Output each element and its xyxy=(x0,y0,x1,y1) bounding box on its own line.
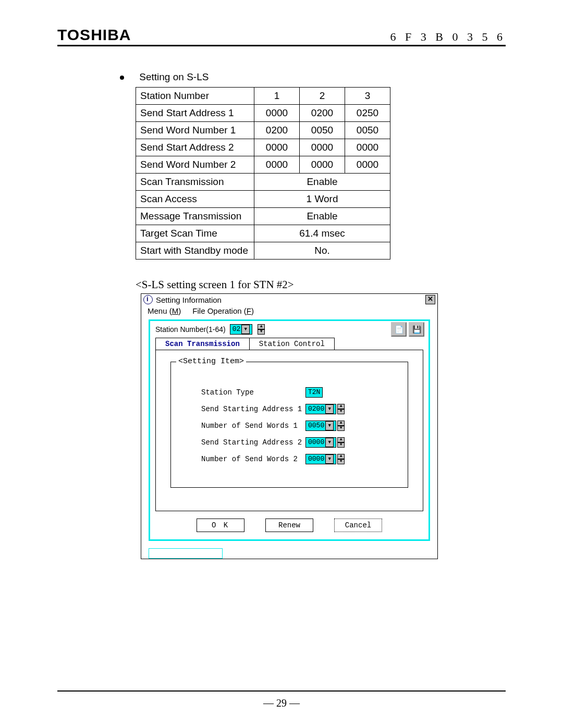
doc-code: 6 F 3 B 0 3 5 6 xyxy=(390,30,506,44)
outer-frame: 📄 💾 Station Number(1-64) 02 ▼ ▲ ▼ Scan xyxy=(149,319,430,541)
ok-button[interactable]: O K xyxy=(197,519,244,532)
station-type-field[interactable]: T2N xyxy=(305,387,323,398)
row-send-start-addr-1: Send Starting Address 1 0200 ▼ ▲▼ xyxy=(201,404,393,414)
dropdown-icon[interactable]: ▼ xyxy=(325,404,334,414)
dropdown-icon[interactable]: ▼ xyxy=(325,454,334,464)
brand-logo: TOSHIBA xyxy=(57,26,131,44)
station-number-label: Station Number(1-64) xyxy=(155,325,226,334)
spinner[interactable]: ▲▼ xyxy=(337,454,345,464)
tab-body: <Setting Item> Station Type T2N Send Sta… xyxy=(155,350,423,511)
table-row: Scan Access 1 Word xyxy=(136,191,390,208)
setting-item-fieldset: <Setting Item> Station Type T2N Send Sta… xyxy=(170,362,408,488)
toolbar-open-button[interactable]: 📄 xyxy=(391,322,407,337)
dropdown-icon[interactable]: ▼ xyxy=(325,438,334,447)
footer-rule xyxy=(57,690,506,692)
spinner-down-icon[interactable]: ▼ xyxy=(258,329,265,335)
table-row: Send Start Address 2 0000 0000 0000 xyxy=(136,139,390,156)
send-start-addr-1-input[interactable]: 0200 ▼ xyxy=(305,404,336,414)
setting-info-dialog: Setting Information ✕ Menu (M) File Oper… xyxy=(141,293,438,559)
save-icon: 💾 xyxy=(412,325,421,334)
dropdown-icon[interactable]: ▼ xyxy=(241,325,250,334)
row-send-start-addr-2: Send Starting Address 2 0000 ▼ ▲▼ xyxy=(201,437,393,448)
table-row: Message Transmission Enable xyxy=(136,208,390,225)
table-row: Station Number 1 2 3 xyxy=(136,88,390,105)
menu-bar: Menu (M) File Operation (F) xyxy=(141,305,437,319)
folder-icon: 📄 xyxy=(395,325,403,334)
bullet-icon xyxy=(120,76,124,80)
spinner[interactable]: ▲▼ xyxy=(337,404,345,414)
cancel-button[interactable]: Cancel xyxy=(334,519,382,532)
table-row: Send Word Number 1 0200 0050 0050 xyxy=(136,122,390,139)
settings-table: Station Number 1 2 3 Send Start Address … xyxy=(136,87,390,260)
table-row: Send Start Address 1 0000 0200 0250 xyxy=(136,105,390,122)
station-number-spinner[interactable]: ▲ ▼ xyxy=(258,324,265,335)
tab-scan-transmission[interactable]: Scan Transmission xyxy=(155,338,250,350)
menu-file-operation[interactable]: File Operation (F) xyxy=(192,306,254,315)
table-row: Start with Standby mode No. xyxy=(136,242,390,260)
num-send-words-2-input[interactable]: 0000 ▼ xyxy=(305,454,336,464)
spinner[interactable]: ▲▼ xyxy=(337,437,345,448)
col-1: 1 xyxy=(254,88,300,105)
table-row: Send Word Number 2 0000 0000 0000 xyxy=(136,156,390,174)
status-strip xyxy=(149,548,223,559)
menu-menu[interactable]: Menu (M) xyxy=(148,306,183,315)
tab-station-control[interactable]: Station Control xyxy=(249,338,335,350)
row-num-send-words-1: Number of Send Words 1 0050 ▼ ▲▼ xyxy=(201,421,393,431)
toolbar-save-button[interactable]: 💾 xyxy=(409,322,424,337)
page-header: TOSHIBA 6 F 3 B 0 3 5 6 xyxy=(57,26,506,46)
page-number: — 29 — xyxy=(0,697,563,709)
label-station-number: Station Number xyxy=(136,88,254,105)
spinner[interactable]: ▲▼ xyxy=(337,421,345,431)
info-icon xyxy=(143,295,153,304)
screenshot-caption: <S-LS setting screen 1 for STN #2> xyxy=(136,278,506,291)
col-2: 2 xyxy=(300,88,345,105)
dropdown-icon[interactable]: ▼ xyxy=(325,421,334,430)
bullet-text: Setting on S-LS xyxy=(139,71,209,82)
table-row: Scan Transmission Enable xyxy=(136,174,390,191)
num-send-words-1-input[interactable]: 0050 ▼ xyxy=(305,421,336,431)
table-row: Target Scan Time 61.4 msec xyxy=(136,225,390,242)
row-num-send-words-2: Number of Send Words 2 0000 ▼ ▲▼ xyxy=(201,454,393,464)
close-button[interactable]: ✕ xyxy=(425,295,435,304)
station-number-input[interactable]: 02 ▼ xyxy=(230,324,253,335)
renew-button[interactable]: Renew xyxy=(265,519,313,532)
bullet-setting-on-sls: Setting on S-LS xyxy=(120,71,506,83)
send-start-addr-2-input[interactable]: 0000 ▼ xyxy=(305,437,336,448)
fieldset-legend: <Setting Item> xyxy=(176,357,246,366)
dialog-title: Setting Information xyxy=(156,295,222,304)
col-3: 3 xyxy=(345,88,390,105)
row-station-type: Station Type T2N xyxy=(201,387,393,398)
